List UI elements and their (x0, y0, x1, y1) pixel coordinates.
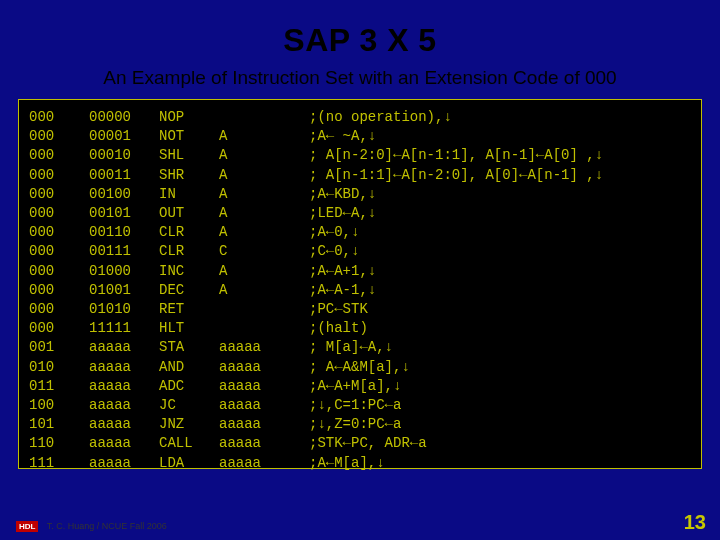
mnemonic-col: RET (159, 300, 219, 319)
mnemonic-col: IN (159, 185, 219, 204)
arg-col: A (219, 262, 309, 281)
comment-col: ;↓,C=1:PC←a (309, 396, 691, 415)
comment-col: ;A←M[a],↓ (309, 454, 691, 473)
arg-col (219, 319, 309, 338)
opcode-col: 000 (29, 185, 89, 204)
table-row: 00011111HLT;(halt) (29, 319, 691, 338)
code-col: aaaaa (89, 377, 159, 396)
opcode-col: 110 (29, 434, 89, 453)
arg-col: aaaaa (219, 415, 309, 434)
code-col: aaaaa (89, 454, 159, 473)
hdl-badge: HDL (16, 521, 38, 532)
code-col: 00111 (89, 242, 159, 261)
code-col: aaaaa (89, 415, 159, 434)
code-col: 01000 (89, 262, 159, 281)
comment-col: ;A← ~A,↓ (309, 127, 691, 146)
comment-col: ;LED←A,↓ (309, 204, 691, 223)
opcode-col: 011 (29, 377, 89, 396)
code-col: 01001 (89, 281, 159, 300)
code-col: aaaaa (89, 434, 159, 453)
arg-col: aaaaa (219, 454, 309, 473)
comment-col: ;(halt) (309, 319, 691, 338)
code-col: 00011 (89, 166, 159, 185)
table-row: 00000110CLRA;A←0,↓ (29, 223, 691, 242)
opcode-col: 000 (29, 300, 89, 319)
opcode-col: 000 (29, 204, 89, 223)
mnemonic-col: HLT (159, 319, 219, 338)
code-col: 00110 (89, 223, 159, 242)
arg-col: A (219, 146, 309, 165)
arg-col: C (219, 242, 309, 261)
code-col: aaaaa (89, 338, 159, 357)
arg-col: A (219, 223, 309, 242)
table-row: 111aaaaaLDAaaaaa;A←M[a],↓ (29, 454, 691, 473)
comment-col: ;A←A-1,↓ (309, 281, 691, 300)
slide-subtitle: An Example of Instruction Set with an Ex… (0, 67, 720, 95)
table-row: 00000000NOP;(no operation),↓ (29, 108, 691, 127)
code-col: 00101 (89, 204, 159, 223)
opcode-col: 000 (29, 319, 89, 338)
opcode-col: 000 (29, 281, 89, 300)
mnemonic-col: CALL (159, 434, 219, 453)
mnemonic-col: SHR (159, 166, 219, 185)
mnemonic-col: ADC (159, 377, 219, 396)
code-col: aaaaa (89, 396, 159, 415)
opcode-col: 111 (29, 454, 89, 473)
arg-col: A (219, 127, 309, 146)
arg-col: A (219, 204, 309, 223)
comment-col: ; M[a]←A,↓ (309, 338, 691, 357)
mnemonic-col: JNZ (159, 415, 219, 434)
slide-title: SAP 3 X 5 (0, 0, 720, 67)
mnemonic-col: DEC (159, 281, 219, 300)
opcode-col: 001 (29, 338, 89, 357)
table-row: 00000111CLRC;C←0,↓ (29, 242, 691, 261)
table-row: 00000011SHRA; A[n-1:1]←A[n-2:0], A[0]←A[… (29, 166, 691, 185)
opcode-col: 000 (29, 166, 89, 185)
code-col: 11111 (89, 319, 159, 338)
footer: HDL T. C. Huang / NCUE Fall 2006 (16, 521, 167, 532)
comment-col: ; A←A&M[a],↓ (309, 358, 691, 377)
opcode-col: 000 (29, 242, 89, 261)
comment-col: ;A←A+1,↓ (309, 262, 691, 281)
arg-col: aaaaa (219, 358, 309, 377)
opcode-col: 000 (29, 108, 89, 127)
arg-col: A (219, 185, 309, 204)
comment-col: ;A←A+M[a],↓ (309, 377, 691, 396)
mnemonic-col: STA (159, 338, 219, 357)
table-row: 00001000INCA;A←A+1,↓ (29, 262, 691, 281)
table-row: 00000010SHLA; A[n-2:0]←A[n-1:1], A[n-1]←… (29, 146, 691, 165)
comment-col: ;STK←PC, ADR←a (309, 434, 691, 453)
opcode-col: 010 (29, 358, 89, 377)
comment-col: ; A[n-1:1]←A[n-2:0], A[0]←A[n-1] ,↓ (309, 166, 691, 185)
arg-col: aaaaa (219, 396, 309, 415)
table-row: 00000001NOTA;A← ~A,↓ (29, 127, 691, 146)
comment-col: ;A←KBD,↓ (309, 185, 691, 204)
code-col: 00010 (89, 146, 159, 165)
opcode-col: 100 (29, 396, 89, 415)
code-col: 00100 (89, 185, 159, 204)
code-col: 01010 (89, 300, 159, 319)
table-row: 001aaaaaSTAaaaaa; M[a]←A,↓ (29, 338, 691, 357)
mnemonic-col: NOT (159, 127, 219, 146)
code-col: 00001 (89, 127, 159, 146)
opcode-col: 000 (29, 262, 89, 281)
comment-col: ;(no operation),↓ (309, 108, 691, 127)
table-row: 00000101OUTA;LED←A,↓ (29, 204, 691, 223)
opcode-col: 000 (29, 223, 89, 242)
table-row: 010aaaaaANDaaaaa; A←A&M[a],↓ (29, 358, 691, 377)
mnemonic-col: LDA (159, 454, 219, 473)
opcode-col: 000 (29, 146, 89, 165)
mnemonic-col: AND (159, 358, 219, 377)
table-row: 110aaaaaCALLaaaaa;STK←PC, ADR←a (29, 434, 691, 453)
opcode-col: 101 (29, 415, 89, 434)
comment-col: ;A←0,↓ (309, 223, 691, 242)
table-row: 011aaaaaADCaaaaa;A←A+M[a],↓ (29, 377, 691, 396)
arg-col: aaaaa (219, 434, 309, 453)
mnemonic-col: CLR (159, 242, 219, 261)
code-col: aaaaa (89, 358, 159, 377)
opcode-col: 000 (29, 127, 89, 146)
arg-col (219, 300, 309, 319)
mnemonic-col: CLR (159, 223, 219, 242)
table-row: 101aaaaaJNZaaaaa;↓,Z=0:PC←a (29, 415, 691, 434)
mnemonic-col: SHL (159, 146, 219, 165)
